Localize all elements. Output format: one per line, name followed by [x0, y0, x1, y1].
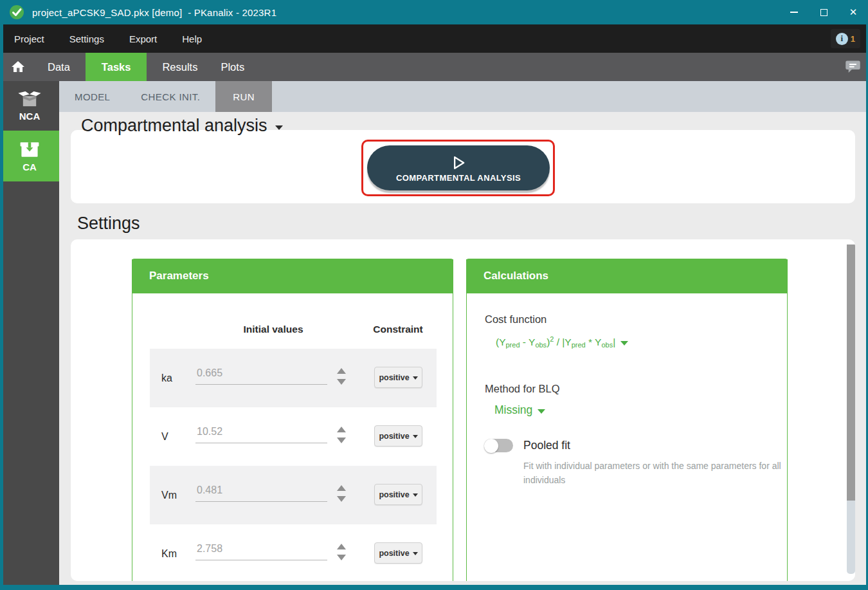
initial-value-text: 0.481 — [197, 484, 222, 496]
scrollbar-thumb[interactable] — [847, 244, 855, 501]
formula-text: (Ypred - Yobs)2 / |Ypred * Yobs| — [496, 335, 615, 349]
blq-method-label: Method for BLQ — [485, 383, 559, 395]
red-annotation-rectangle — [361, 140, 555, 196]
parameter-row-v: V 10.52 positive — [150, 407, 437, 466]
stepper-up-icon[interactable] — [337, 427, 346, 432]
pkanalix-window: project_aPCSK9_SAD.pkx [demo] - PKanalix… — [0, 0, 868, 590]
value-stepper[interactable] — [337, 544, 346, 560]
task-sidebar: NCA CA — [0, 81, 59, 590]
window-border-left — [0, 24, 3, 590]
value-stepper[interactable] — [337, 427, 346, 443]
parameter-row-vm: Vm 0.481 positive — [150, 466, 437, 524]
cost-function-dropdown[interactable]: (Ypred - Yobs)2 / |Ypred * Yobs| — [496, 335, 628, 349]
stepper-down-icon[interactable] — [337, 555, 346, 560]
chevron-down-icon — [413, 552, 418, 555]
parameters-panel-header: Parameters — [132, 259, 453, 293]
app-logo-icon — [9, 5, 24, 20]
initial-value-input[interactable]: 0.481 — [195, 477, 327, 502]
initial-value-input[interactable]: 0.665 — [195, 360, 327, 385]
value-stepper[interactable] — [337, 485, 346, 502]
close-button[interactable]: ✕ — [838, 0, 868, 24]
constraint-value: positive — [379, 373, 409, 382]
chat-bubble-icon — [844, 58, 862, 75]
minimize-icon — [790, 12, 798, 13]
window-border-bottom — [0, 585, 868, 590]
initial-value-text: 10.52 — [197, 426, 222, 438]
column-header-constraint: Constraint — [359, 324, 437, 335]
value-stepper[interactable] — [337, 368, 346, 385]
tab-data[interactable]: Data — [39, 53, 79, 81]
task-subtabs: MODEL CHECK INIT. RUN — [59, 81, 868, 112]
toggle-knob — [484, 439, 498, 453]
parameter-row-ka: ka 0.665 positive — [150, 349, 437, 407]
window-title: project_aPCSK9_SAD.pkx [demo] - PKanalix… — [32, 7, 276, 18]
stepper-down-icon[interactable] — [337, 496, 346, 502]
main-tabbar: Data Tasks Results Plots — [0, 53, 868, 81]
constraint-dropdown[interactable]: positive — [374, 367, 422, 388]
settings-title: Settings — [77, 214, 140, 234]
cost-function-label: Cost function — [485, 313, 547, 326]
chevron-down-icon — [275, 125, 283, 130]
constraint-value: positive — [379, 490, 409, 499]
menubar: Project Settings Export Help i 1 — [0, 24, 868, 53]
tab-tasks[interactable]: Tasks — [86, 53, 147, 81]
parameter-name: V — [161, 431, 168, 443]
parameter-rows: ka 0.665 positive V — [150, 349, 437, 581]
subtab-model[interactable]: MODEL — [59, 81, 125, 112]
analysis-type-label: Compartmental analysis — [81, 116, 267, 136]
sidebar-item-nca[interactable]: NCA — [0, 81, 59, 131]
settings-card: Parameters Initial values Constraint ka … — [71, 239, 855, 581]
blq-method-dropdown[interactable]: Missing — [494, 403, 545, 417]
home-icon — [10, 59, 26, 75]
stepper-up-icon[interactable] — [337, 544, 346, 549]
menu-help[interactable]: Help — [182, 33, 202, 44]
titlebar: project_aPCSK9_SAD.pkx [demo] - PKanalix… — [0, 0, 868, 24]
subtab-check-init[interactable]: CHECK INIT. — [125, 81, 215, 112]
subtab-run[interactable]: RUN — [215, 81, 272, 112]
analysis-type-dropdown[interactable]: Compartmental analysis — [81, 116, 283, 136]
column-header-initial-values: Initial values — [225, 324, 321, 335]
stepper-down-icon[interactable] — [337, 438, 346, 443]
tab-plots[interactable]: Plots — [212, 53, 253, 81]
constraint-dropdown[interactable]: positive — [374, 425, 422, 447]
sidebar-item-label: NCA — [19, 111, 41, 122]
constraint-dropdown[interactable]: positive — [374, 542, 422, 564]
open-box-icon — [17, 91, 42, 107]
parameter-name: Vm — [161, 490, 177, 501]
sidebar-item-label: CA — [23, 161, 37, 172]
menu-project[interactable]: Project — [14, 33, 44, 44]
initial-value-input[interactable]: 2.758 — [195, 536, 327, 560]
sidebar-item-ca[interactable]: CA — [0, 131, 59, 181]
initial-value-input[interactable]: 10.52 — [195, 419, 327, 443]
tab-results[interactable]: Results — [153, 53, 206, 81]
menu-export[interactable]: Export — [129, 33, 157, 44]
window-controls: ✕ — [779, 0, 868, 24]
stepper-down-icon[interactable] — [337, 379, 346, 385]
run-card: COMPARTMENTAL ANALYSIS — [71, 130, 855, 203]
calculations-panel: Calculations Cost function (Ypred - Yobs… — [466, 259, 788, 581]
chevron-down-icon — [413, 376, 418, 380]
chevron-down-icon — [413, 493, 418, 497]
chevron-down-icon — [413, 435, 418, 438]
home-tab[interactable] — [0, 53, 36, 81]
constraint-dropdown[interactable]: positive — [374, 484, 422, 505]
closed-box-icon — [18, 140, 41, 158]
blq-method-value: Missing — [494, 403, 532, 417]
menu-settings[interactable]: Settings — [69, 33, 104, 44]
info-icon: i — [836, 33, 848, 45]
minimize-button[interactable] — [779, 0, 809, 24]
maximize-button[interactable] — [809, 0, 838, 24]
calculations-panel-header: Calculations — [466, 259, 788, 293]
notification-badge[interactable]: i 1 — [831, 29, 860, 48]
initial-value-text: 2.758 — [197, 543, 222, 555]
constraint-value: positive — [379, 549, 409, 558]
scrollbar-track[interactable] — [847, 501, 855, 574]
stepper-up-icon[interactable] — [337, 368, 346, 374]
parameter-name: ka — [161, 373, 172, 384]
parameter-row-km: Km 2.758 positive — [150, 524, 437, 581]
pooled-fit-toggle[interactable] — [484, 439, 513, 452]
constraint-value: positive — [379, 432, 409, 441]
stepper-up-icon[interactable] — [337, 485, 346, 491]
feedback-button[interactable] — [844, 58, 862, 78]
parameter-name: Km — [161, 548, 177, 560]
